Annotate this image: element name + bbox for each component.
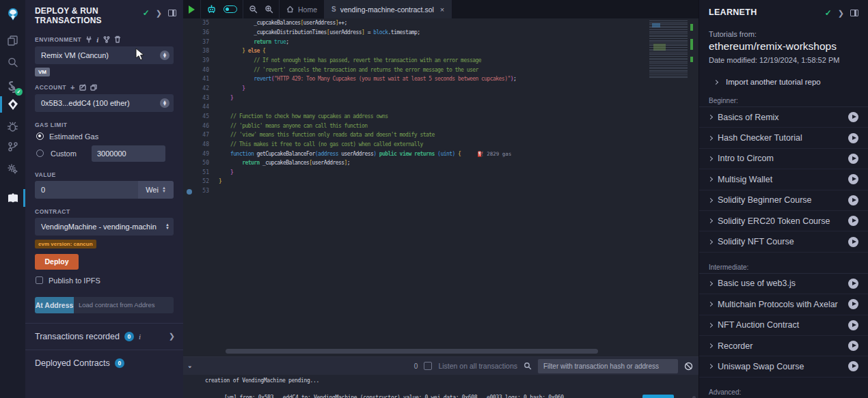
at-address-button[interactable]: At Address xyxy=(35,297,74,313)
at-address-input[interactable] xyxy=(74,297,174,313)
publish-ipfs-checkbox[interactable] xyxy=(36,276,43,284)
tutorial-item[interactable]: Solidity ERC20 Token Course xyxy=(699,211,868,231)
play-tutorial-icon[interactable] xyxy=(848,133,858,143)
file-explorer-icon[interactable] xyxy=(0,30,25,51)
code-line[interactable]: 39 // If not enough time has passed, rev… xyxy=(183,56,699,66)
clear-console-icon[interactable] xyxy=(684,362,693,371)
transactions-info-icon[interactable]: i xyxy=(139,332,141,341)
tutorial-item[interactable]: Solidity NFT Course xyxy=(699,231,868,252)
copilot-toggle[interactable] xyxy=(223,5,237,13)
code-line[interactable]: 42 } xyxy=(183,84,699,94)
line-number[interactable]: 44 xyxy=(183,104,219,110)
transactions-recorded-row[interactable]: Transactions recorded 0 i ❯ xyxy=(25,324,183,350)
code-line[interactable]: 44 xyxy=(183,102,699,112)
tutorial-item[interactable]: Solidity Beginner Course xyxy=(699,190,868,211)
tutorial-item[interactable]: NFT Auction Contract xyxy=(699,315,868,336)
play-tutorial-icon[interactable] xyxy=(848,216,858,226)
contract-select[interactable]: VendingMachine - vending-machin ▲▼ xyxy=(35,218,174,236)
code-line[interactable]: 52} xyxy=(183,177,699,186)
tutorial-item[interactable]: Multisig Wallet xyxy=(699,169,868,190)
close-tab-icon[interactable]: × xyxy=(440,5,444,14)
debugger-icon[interactable] xyxy=(0,116,25,137)
tutorial-item[interactable]: Intro to Circom xyxy=(699,149,868,169)
deploy-and-run-icon[interactable] xyxy=(0,94,25,115)
terminal-content[interactable]: creation of VendingMachine pending... [v… xyxy=(183,375,699,398)
deployed-contracts-row[interactable]: Deployed Contracts 0 xyxy=(25,350,183,376)
line-number[interactable]: 35 xyxy=(183,20,219,26)
play-tutorial-icon[interactable] xyxy=(848,174,858,184)
panel-chevron-icon[interactable]: ❯ xyxy=(156,9,162,18)
run-script-icon[interactable] xyxy=(189,5,195,14)
tutorial-item[interactable]: Basic use of web3.js xyxy=(699,274,868,294)
line-number[interactable]: 47 xyxy=(183,132,219,138)
play-tutorial-icon[interactable] xyxy=(848,154,858,164)
code-line[interactable]: 37 return true; xyxy=(183,37,699,46)
code-line[interactable]: 45 // Function to check how many cupcake… xyxy=(183,112,699,122)
line-number[interactable]: 39 xyxy=(183,57,219,63)
line-number[interactable]: 45 xyxy=(183,113,219,119)
zoom-out-icon[interactable] xyxy=(249,5,258,14)
environment-select[interactable]: Remix VM (Cancun) ▲▼ xyxy=(35,46,174,64)
line-number[interactable]: 46 xyxy=(183,123,219,129)
play-tutorial-icon[interactable] xyxy=(848,361,858,371)
code-line[interactable]: 53 xyxy=(183,186,699,196)
learneth-pin-icon[interactable] xyxy=(850,10,858,16)
line-number[interactable]: 43 xyxy=(183,95,219,101)
terminal-collapse-icon[interactable]: ⌄⌄ xyxy=(187,364,193,368)
tutorial-item[interactable]: Hash Checker Tutorial xyxy=(699,128,868,148)
code-line[interactable]: 41 revert("HTTP 429: Too Many Cupcakes (… xyxy=(183,74,699,84)
line-number[interactable]: 48 xyxy=(183,141,219,147)
code-line[interactable]: 47 // 'view' means this function only re… xyxy=(183,130,699,140)
panel-pin-icon[interactable] xyxy=(168,10,176,16)
play-tutorial-icon[interactable] xyxy=(848,320,858,330)
search-icon[interactable] xyxy=(0,52,25,72)
line-number[interactable]: 51 xyxy=(183,169,219,175)
learneth-icon[interactable] xyxy=(0,188,25,209)
ai-copilot-icon[interactable] xyxy=(206,5,217,14)
learneth-chevron-icon[interactable]: ❯ xyxy=(838,9,844,18)
fork-icon[interactable] xyxy=(103,36,110,43)
line-number[interactable]: 52 xyxy=(183,178,219,184)
code-line[interactable]: 40 // 'revert' cancels the transaction a… xyxy=(183,65,699,74)
minimap[interactable] xyxy=(649,20,688,78)
custom-gas-radio[interactable] xyxy=(36,150,44,157)
code-editor[interactable]: 35 _cupcakeBalances[userAddress]++;36 _c… xyxy=(183,18,699,356)
code-line[interactable]: 38 } else { xyxy=(183,46,699,56)
trash-icon[interactable] xyxy=(114,35,121,43)
tab-home[interactable]: Home xyxy=(280,0,325,18)
code-line[interactable]: 43 } xyxy=(183,93,699,102)
tutorial-item[interactable]: Recorder xyxy=(699,336,868,356)
code-line[interactable]: 50 return _cupcakeBalances[userAddress]; xyxy=(183,158,699,168)
line-number[interactable]: 41 xyxy=(183,76,219,82)
value-input[interactable]: 0 xyxy=(35,181,138,199)
tab-vending-machine-contract[interactable]: S vending-machine-contract.sol × xyxy=(325,0,452,18)
line-number[interactable]: 37 xyxy=(183,39,219,45)
debug-button[interactable]: Debug xyxy=(642,395,674,398)
line-number[interactable]: 36 xyxy=(183,29,219,35)
deploy-button[interactable]: Deploy xyxy=(35,254,79,270)
plug-icon[interactable] xyxy=(85,36,92,43)
transactions-chevron-icon[interactable]: ❯ xyxy=(169,332,175,341)
code-line[interactable]: 46 // 'public' means anyone can call thi… xyxy=(183,121,699,130)
code-line[interactable]: 49 function getCupcakeBalanceFor(address… xyxy=(183,149,699,158)
line-number[interactable]: 38 xyxy=(183,48,219,54)
custom-gas-input[interactable]: 3000000 xyxy=(92,145,165,162)
value-unit-select[interactable]: Wei ▲▼ xyxy=(138,181,174,199)
code-line[interactable]: 36 _cupcakeDistributionTimes[userAddress… xyxy=(183,28,699,38)
git-icon[interactable] xyxy=(0,137,25,157)
play-tutorial-icon[interactable] xyxy=(848,195,858,205)
play-tutorial-icon[interactable] xyxy=(848,341,858,351)
line-number[interactable]: 40 xyxy=(183,67,219,73)
sign-message-icon[interactable] xyxy=(79,84,86,91)
estimated-gas-radio[interactable]: Estimated Gas xyxy=(36,132,174,141)
remix-logo-icon[interactable] xyxy=(0,4,25,25)
zoom-in-icon[interactable] xyxy=(265,5,273,14)
import-tutorial-repo[interactable]: Import another tutorial repo xyxy=(714,78,858,86)
code-line[interactable]: 35 _cupcakeBalances[userAddress]++; xyxy=(183,18,699,28)
line-number[interactable]: 53 xyxy=(183,188,219,194)
account-select[interactable]: 0x5B3...eddC4 (100 ether) ▲▼ xyxy=(35,94,174,112)
listen-all-checkbox[interactable] xyxy=(424,362,432,370)
copy-account-icon[interactable] xyxy=(90,84,97,91)
add-account-icon[interactable]: + xyxy=(70,83,75,91)
tutorial-item[interactable]: Basics of Remix xyxy=(699,107,868,128)
